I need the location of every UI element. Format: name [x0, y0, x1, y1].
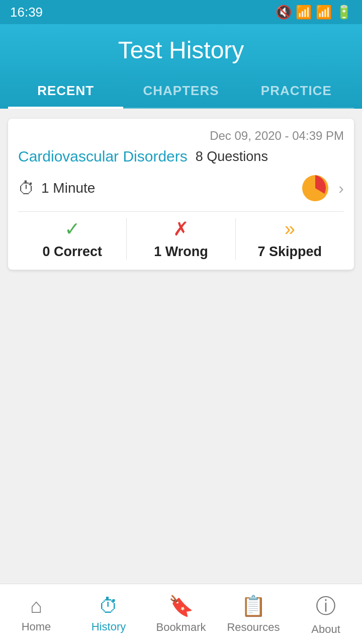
- stat-skipped: » 7 Skipped: [235, 218, 344, 260]
- card-meta: ⏱ 1 Minute ›: [18, 173, 344, 203]
- time-label: 1 Minute: [41, 180, 95, 196]
- time-display: 16:39: [10, 5, 43, 20]
- page-title: Test History: [118, 36, 244, 64]
- chevron-right-icon: ›: [338, 179, 344, 198]
- card-questions: 8 Questions: [196, 149, 268, 165]
- nav-history[interactable]: ⏱ History: [72, 584, 145, 644]
- correct-label: 0 Correct: [42, 244, 102, 260]
- content-area: Dec 09, 2020 - 04:39 PM Cardiovascular D…: [0, 109, 362, 584]
- history-card[interactable]: Dec 09, 2020 - 04:39 PM Cardiovascular D…: [8, 119, 354, 270]
- card-title-row: Cardiovascular Disorders 8 Questions: [18, 148, 344, 165]
- stat-correct: ✓ 0 Correct: [18, 218, 126, 260]
- nav-bookmark[interactable]: 🔖 Bookmark: [145, 584, 217, 644]
- nav-resources-label: Resources: [227, 621, 280, 634]
- status-bar: 16:39 🔇 📶 📶 🔋: [0, 0, 362, 24]
- status-icons: 🔇 📶 📶 🔋: [276, 5, 352, 20]
- nav-resources[interactable]: 📋 Resources: [217, 584, 290, 644]
- wifi-icon: 📶: [296, 5, 312, 20]
- card-time: ⏱ 1 Minute: [18, 179, 95, 198]
- tab-chapters[interactable]: CHAPTERS: [123, 74, 238, 108]
- pie-chart: [300, 173, 330, 203]
- tab-practice[interactable]: PRACTICE: [239, 74, 354, 108]
- stat-wrong: ✗ 1 Wrong: [126, 218, 235, 260]
- bookmark-icon: 🔖: [168, 594, 194, 618]
- card-right: ›: [300, 173, 344, 203]
- card-title: Cardiovascular Disorders: [18, 148, 188, 165]
- stats-row: ✓ 0 Correct ✗ 1 Wrong » 7 Skipped: [18, 218, 344, 260]
- history-icon: ⏱: [99, 595, 119, 617]
- bottom-nav: ⌂ Home ⏱ History 🔖 Bookmark 📋 Resources …: [0, 584, 362, 644]
- resources-icon: 📋: [241, 594, 266, 618]
- wrong-icon: ✗: [173, 218, 189, 240]
- home-icon: ⌂: [30, 595, 42, 617]
- nav-history-label: History: [92, 620, 126, 633]
- signal-icon: 📶: [316, 5, 332, 20]
- nav-about-label: About: [311, 623, 340, 636]
- tab-bar: RECENT CHAPTERS PRACTICE: [8, 74, 354, 109]
- divider: [18, 211, 344, 212]
- nav-home-label: Home: [22, 620, 51, 633]
- tab-recent[interactable]: RECENT: [8, 74, 123, 108]
- nav-home[interactable]: ⌂ Home: [0, 584, 72, 644]
- mute-icon: 🔇: [276, 5, 292, 20]
- wrong-label: 1 Wrong: [154, 244, 208, 260]
- header: Test History RECENT CHAPTERS PRACTICE: [0, 24, 362, 109]
- skipped-label: 7 Skipped: [258, 244, 322, 260]
- clock-icon: ⏱: [18, 179, 35, 198]
- nav-about[interactable]: ⓘ About: [290, 584, 362, 644]
- nav-bookmark-label: Bookmark: [156, 621, 206, 634]
- about-icon: ⓘ: [316, 592, 336, 620]
- correct-icon: ✓: [64, 218, 80, 240]
- skipped-icon: »: [285, 218, 295, 240]
- card-date: Dec 09, 2020 - 04:39 PM: [18, 129, 344, 143]
- battery-icon: 🔋: [336, 5, 352, 20]
